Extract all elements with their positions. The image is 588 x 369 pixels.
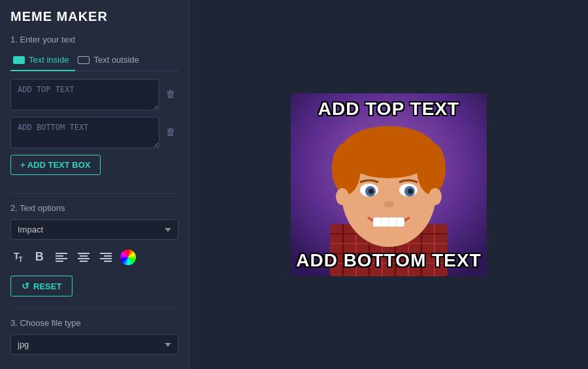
bottom-text-row: 🗑 bbox=[10, 117, 178, 148]
main-area: ADD TOP TEXT ADD BOTTOM TEXT bbox=[189, 0, 588, 369]
bold-button[interactable]: B bbox=[32, 248, 47, 266]
bold-label: B bbox=[35, 250, 44, 264]
step3-label: 3. Choose file type bbox=[10, 318, 178, 328]
svg-point-35 bbox=[368, 189, 374, 194]
text-inside-icon bbox=[13, 56, 25, 64]
reset-button[interactable]: ↺ RESET bbox=[10, 276, 73, 297]
svg-point-37 bbox=[384, 201, 394, 208]
svg-rect-2 bbox=[56, 258, 67, 259]
svg-point-42 bbox=[336, 188, 349, 205]
svg-rect-4 bbox=[78, 253, 90, 254]
svg-rect-30 bbox=[342, 151, 436, 170]
svg-rect-6 bbox=[78, 258, 90, 259]
svg-rect-8 bbox=[100, 253, 112, 254]
tab-inside-label: Text inside bbox=[29, 55, 69, 65]
step1-label: 1. Enter your text bbox=[10, 35, 178, 44]
align-center-icon bbox=[78, 253, 90, 262]
svg-rect-9 bbox=[104, 255, 112, 257]
align-right-icon bbox=[100, 253, 112, 262]
top-text-row: 🗑 bbox=[10, 79, 178, 110]
delete-bottom-text-button[interactable]: 🗑 bbox=[163, 123, 178, 140]
divider2 bbox=[10, 308, 178, 309]
tab-text-inside[interactable]: Text inside bbox=[10, 51, 75, 71]
color-picker-button[interactable] bbox=[120, 249, 136, 265]
app-title: MEME MAKER bbox=[10, 9, 178, 24]
bottom-text-input[interactable] bbox=[10, 117, 159, 148]
add-text-box-button[interactable]: + ADD TEXT BOX bbox=[10, 155, 101, 175]
text-outside-icon bbox=[78, 56, 90, 64]
meme-preview: ADD TOP TEXT ADD BOTTOM TEXT bbox=[291, 93, 487, 276]
tab-text-outside[interactable]: Text outside bbox=[75, 51, 145, 71]
svg-rect-1 bbox=[56, 255, 63, 257]
svg-rect-3 bbox=[56, 261, 63, 262]
meme-top-text: ADD TOP TEXT bbox=[291, 99, 487, 120]
align-right-button[interactable] bbox=[98, 250, 114, 265]
svg-point-36 bbox=[408, 189, 413, 194]
meme-bottom-text: ADD BOTTOM TEXT bbox=[291, 250, 487, 271]
svg-point-43 bbox=[429, 188, 442, 205]
reset-icon: ↺ bbox=[22, 281, 29, 291]
divider1 bbox=[10, 193, 178, 194]
svg-rect-10 bbox=[100, 258, 112, 259]
file-type-select[interactable]: jpg png gif bbox=[10, 334, 178, 355]
text-tools-row: TT B bbox=[10, 248, 178, 266]
step2-label: 2. Text options bbox=[10, 203, 178, 213]
align-center-button[interactable] bbox=[76, 250, 91, 265]
svg-rect-0 bbox=[56, 253, 67, 254]
meme-image bbox=[291, 93, 487, 276]
delete-top-text-button[interactable]: 🗑 bbox=[163, 86, 178, 102]
font-size-label: TT bbox=[14, 251, 22, 263]
reset-label: RESET bbox=[33, 281, 61, 291]
text-position-tabs: Text inside Text outside bbox=[10, 51, 178, 71]
svg-rect-5 bbox=[80, 255, 88, 257]
align-left-button[interactable] bbox=[54, 250, 69, 265]
svg-rect-11 bbox=[104, 261, 112, 262]
sidebar: MEME MAKER 1. Enter your text Text insid… bbox=[0, 0, 189, 369]
top-text-input[interactable] bbox=[10, 79, 159, 110]
font-size-button[interactable]: TT bbox=[10, 248, 25, 266]
svg-rect-7 bbox=[80, 261, 88, 262]
font-family-select[interactable]: Impact Arial Comic Sans MS Times New Rom… bbox=[10, 219, 178, 240]
tab-outside-label: Text outside bbox=[93, 55, 139, 65]
align-left-icon bbox=[56, 253, 67, 262]
